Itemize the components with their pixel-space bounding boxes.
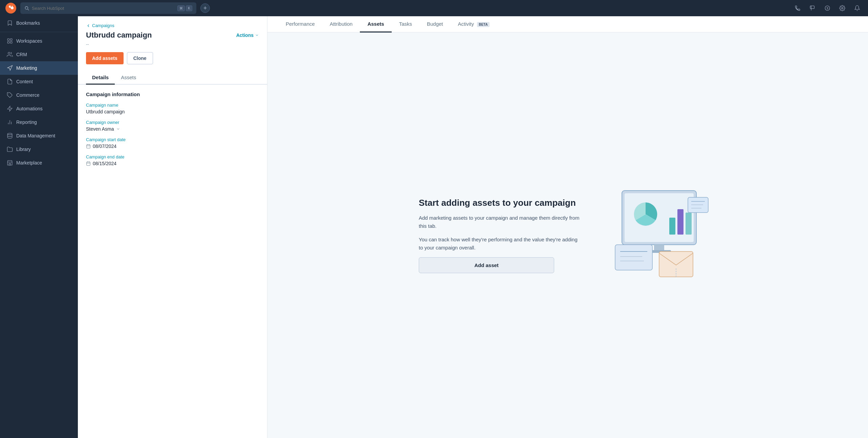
sidebar-item-workspaces-label: Workspaces xyxy=(16,38,42,44)
sidebar-item-workspaces[interactable]: Workspaces xyxy=(0,34,78,48)
assets-illustration xyxy=(602,184,717,287)
campaign-start-date-label: Campaign start date xyxy=(86,137,259,142)
chevron-down-icon xyxy=(255,33,259,37)
svg-rect-11 xyxy=(7,39,9,40)
calendar-icon-2 xyxy=(86,161,91,166)
sidebar-item-automations[interactable]: Automations xyxy=(0,102,78,115)
search-keyboard-shortcuts: ⌘ K xyxy=(177,5,192,11)
store-icon xyxy=(7,160,13,166)
sidebar-item-data-management[interactable]: Data Management xyxy=(0,129,78,143)
svg-rect-39 xyxy=(615,245,652,270)
campaign-end-date-label: Campaign end date xyxy=(86,154,259,159)
campaign-start-date-value: 08/07/2024 xyxy=(86,144,259,149)
svg-rect-23 xyxy=(87,145,90,148)
sidebar-item-content[interactable]: Content xyxy=(0,75,78,88)
campaign-name-label: Campaign name xyxy=(86,103,259,108)
search-bar[interactable]: ⌘ K xyxy=(20,2,196,14)
sidebar-item-marketplace-label: Marketplace xyxy=(16,160,42,166)
tab-activity[interactable]: Activity BETA xyxy=(451,16,497,32)
svg-rect-27 xyxy=(87,162,90,166)
settings-icon[interactable] xyxy=(837,3,848,14)
sidebar-item-commerce-label: Commerce xyxy=(16,92,39,98)
sidebar-item-library[interactable]: Library xyxy=(0,143,78,156)
campaign-title: Utbrudd campaign xyxy=(86,31,152,40)
tag-icon xyxy=(7,92,13,98)
campaign-owner-value[interactable]: Steven Asma xyxy=(86,126,259,132)
search-icon xyxy=(24,6,29,10)
sidebar-item-library-label: Library xyxy=(16,147,31,152)
search-input[interactable] xyxy=(32,6,175,11)
campaign-subtitle: -- xyxy=(86,42,259,47)
assets-empty-title: Start adding assets to your campaign xyxy=(419,197,581,209)
main-content: Campaigns Utbrudd campaign Actions -- Ad… xyxy=(78,0,868,438)
add-button[interactable]: + xyxy=(200,3,210,13)
svg-point-2 xyxy=(11,7,13,9)
dropdown-arrow-icon xyxy=(116,127,120,131)
svg-point-21 xyxy=(7,133,12,135)
bookmark-icon xyxy=(7,20,13,26)
sidebar-item-crm-label: CRM xyxy=(16,52,27,57)
campaign-owner-label: Campaign owner xyxy=(86,120,259,125)
sidebar-item-reporting[interactable]: Reporting xyxy=(0,115,78,129)
clone-button[interactable]: Clone xyxy=(127,52,153,64)
panel-tabs: Details Assets xyxy=(78,71,267,85)
panel-title-row: Utbrudd campaign Actions xyxy=(86,31,259,40)
database-icon xyxy=(7,133,13,139)
notifications-icon[interactable] xyxy=(852,3,863,14)
svg-rect-34 xyxy=(669,218,675,235)
megaphone-icon xyxy=(7,65,13,71)
chevron-left-icon xyxy=(86,23,91,28)
calendar-icon xyxy=(86,144,91,149)
sidebar-item-marketing[interactable]: Marketing xyxy=(0,61,78,75)
beta-badge: BETA xyxy=(477,22,489,27)
svg-rect-12 xyxy=(10,39,12,40)
sidebar-item-crm[interactable]: CRM xyxy=(0,48,78,61)
cmd-kbd: ⌘ xyxy=(177,5,185,11)
sidebar-item-reporting-label: Reporting xyxy=(16,119,37,125)
tab-performance[interactable]: Performance xyxy=(278,16,322,32)
sidebar-item-bookmarks[interactable]: Bookmarks xyxy=(0,16,78,30)
assets-empty-desc2: You can track how well they're performin… xyxy=(419,236,581,252)
sidebar: Bookmarks Workspaces CRM Marketing Conte… xyxy=(0,0,78,438)
add-assets-button[interactable]: Add assets xyxy=(86,52,124,64)
svg-rect-13 xyxy=(7,42,9,43)
tab-assets[interactable]: Assets xyxy=(360,16,391,32)
sidebar-item-marketplace[interactable]: Marketplace xyxy=(0,156,78,170)
actions-button[interactable]: Actions xyxy=(236,32,259,38)
svg-line-5 xyxy=(28,9,29,10)
tab-tasks[interactable]: Tasks xyxy=(392,16,419,32)
right-panel: Performance Attribution Assets Tasks Bud… xyxy=(267,16,868,438)
tab-budget[interactable]: Budget xyxy=(419,16,451,32)
svg-rect-6 xyxy=(810,6,814,8)
svg-marker-17 xyxy=(7,106,12,111)
panel-content: Campaign information Campaign name Utbru… xyxy=(78,85,267,178)
add-asset-button[interactable]: Add asset xyxy=(419,257,554,273)
svg-rect-43 xyxy=(659,251,693,277)
tab-details[interactable]: Details xyxy=(86,71,115,85)
svg-point-10 xyxy=(842,7,843,9)
back-to-campaigns[interactable]: Campaigns xyxy=(86,23,259,28)
assets-empty-text: Start adding assets to your campaign Add… xyxy=(419,197,581,273)
sidebar-item-bookmarks-label: Bookmarks xyxy=(16,20,40,26)
sidebar-item-commerce[interactable]: Commerce xyxy=(0,88,78,102)
sidebar-item-automations-label: Automations xyxy=(16,106,43,111)
campaign-info-section-title: Campaign information xyxy=(86,91,259,97)
folder-icon xyxy=(7,146,13,152)
phone-icon[interactable] xyxy=(792,3,803,14)
svg-rect-35 xyxy=(677,209,683,235)
sidebar-item-data-management-label: Data Management xyxy=(16,133,55,138)
svg-text:?: ? xyxy=(826,6,828,10)
topbar: ⌘ K + ? xyxy=(0,0,868,16)
sidebar-divider xyxy=(0,32,78,32)
help-icon[interactable]: ? xyxy=(822,3,833,14)
svg-point-1 xyxy=(9,6,10,7)
assets-empty-state: Start adding assets to your campaign Add… xyxy=(267,32,868,438)
file-icon xyxy=(7,79,13,85)
users-icon xyxy=(7,51,13,58)
tab-attribution[interactable]: Attribution xyxy=(322,16,360,32)
flag-icon[interactable] xyxy=(807,3,818,14)
tab-assets[interactable]: Assets xyxy=(115,71,142,85)
svg-rect-36 xyxy=(686,213,692,235)
panel-header: Campaigns Utbrudd campaign Actions -- Ad… xyxy=(78,16,267,71)
svg-rect-22 xyxy=(9,163,11,165)
